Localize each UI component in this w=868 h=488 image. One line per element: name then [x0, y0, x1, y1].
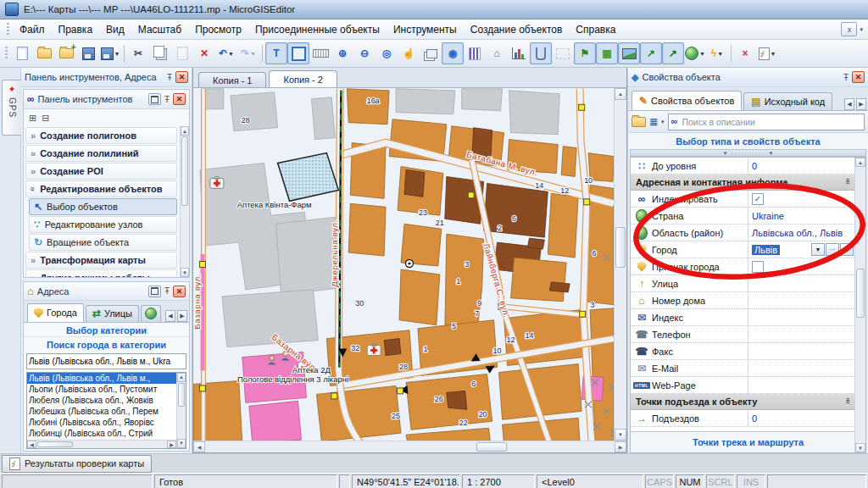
map-vscrollbar[interactable]: ▲ ▼	[614, 88, 626, 441]
tool-group-header[interactable]: »Редактирование объектов	[25, 180, 177, 197]
list-item[interactable]: Любинці (Львівська обл., Стрий	[27, 428, 176, 439]
property-row[interactable]: ∷До уровня0	[631, 158, 855, 175]
close-icon[interactable]: ✕	[173, 286, 186, 297]
chevron-down-icon[interactable]: ▼	[771, 51, 776, 57]
scroll-left-icon[interactable]: ◀	[27, 441, 36, 448]
grid-section-header[interactable]: Точки подъезда к объекту»»	[631, 394, 855, 410]
zoom-out-icon[interactable]: ⊖	[353, 42, 376, 64]
expand-all-icon[interactable]: ⊞	[29, 113, 36, 124]
scroll-down-icon[interactable]: ▼	[855, 443, 865, 452]
property-value-cell[interactable]	[748, 343, 855, 359]
object-bounds-icon[interactable]	[287, 42, 309, 64]
property-row[interactable]: →Подъездов0	[631, 410, 855, 427]
property-value-cell[interactable]: Львів▼⋯▼	[748, 241, 855, 258]
menu-item[interactable]: Создание объектов	[464, 21, 570, 38]
chevron-down-icon[interactable]: ▼	[699, 51, 705, 57]
find-objects-icon[interactable]: ◉	[442, 42, 464, 64]
chevron-down-icon[interactable]: ▼	[114, 51, 120, 57]
scroll-down-icon[interactable]: ▼	[615, 429, 626, 441]
zoom-in-icon[interactable]: ⊕	[331, 42, 353, 64]
chevron-up-icon[interactable]: »»	[843, 180, 852, 185]
tab-globe[interactable]	[141, 305, 161, 322]
open-add-icon[interactable]	[55, 42, 77, 64]
city-list-scrollbar[interactable]: ▲ ▼	[176, 373, 186, 448]
scroll-down-icon[interactable]: ▼	[177, 439, 186, 448]
description-search-input[interactable]	[680, 116, 861, 128]
tab-source-code[interactable]: ▤Исходный код	[743, 92, 832, 110]
map-canvas[interactable]: 2816a14121023216231975121430322811026252…	[193, 88, 614, 444]
globe-icon[interactable]: ▼	[684, 42, 706, 64]
close-icon[interactable]: ✕	[175, 71, 188, 83]
property-value-cell[interactable]	[748, 377, 855, 393]
menu-item[interactable]: Справка	[569, 21, 622, 38]
pin-icon[interactable]: Ŧ	[843, 73, 849, 82]
scroll-down-icon[interactable]: ▼	[181, 268, 189, 277]
property-value-cell[interactable]	[748, 292, 855, 308]
grid-section-header[interactable]: Адресная и контактная информа»»	[631, 175, 855, 191]
checkbox[interactable]	[752, 261, 764, 273]
tool-group-header[interactable]: »Трансформация карты	[25, 252, 177, 269]
city-search-link[interactable]: Поиск города в категории	[24, 336, 189, 352]
pin-icon[interactable]: Ŧ	[164, 286, 170, 296]
text-labels-icon[interactable]: T	[265, 42, 287, 64]
tool-group-header[interactable]: »Создание полигонов	[25, 127, 177, 144]
menu-item[interactable]: Масштаб	[131, 21, 188, 38]
track-points-link[interactable]: Точки трека и маршрута	[631, 431, 865, 452]
list-item[interactable]: Льопи (Львівська обл., Пустомит	[27, 384, 176, 395]
tool-button[interactable]: ∵Редактирование узлов	[29, 216, 177, 233]
tab-cities[interactable]: Города	[27, 303, 84, 322]
property-row[interactable]: ГородЛьвів▼⋯▼	[631, 241, 855, 258]
map-check-results-button[interactable]: Результаты проверки карты	[2, 455, 152, 473]
property-value-cell[interactable]: ✓	[748, 191, 855, 207]
city-browse-button[interactable]: ⋯	[826, 243, 839, 256]
scroll-right-icon[interactable]: ▶	[167, 441, 176, 448]
menu-item[interactable]: Вид	[99, 21, 131, 38]
property-row[interactable]: Web-Page	[631, 377, 855, 394]
list-item[interactable]: Любеля (Львівська обл., Жовків	[27, 395, 176, 406]
map-hscrollbar[interactable]: ◀ ▶	[193, 441, 626, 452]
tabs-scroll-left-icon[interactable]: ◀	[165, 310, 175, 322]
property-row[interactable]: ☎Телефон	[631, 326, 855, 343]
tabs-scroll-left-icon[interactable]: ◀	[844, 98, 854, 110]
city-dropdown2-button[interactable]: ▼	[840, 243, 854, 256]
tool-button[interactable]: ↻Вращение объекта	[29, 234, 177, 251]
attachments-icon[interactable]	[530, 42, 552, 64]
save-icon[interactable]	[77, 42, 99, 64]
property-value-cell[interactable]: 0	[748, 158, 855, 174]
checkbox-checked[interactable]: ✓	[752, 193, 764, 205]
property-row[interactable]: ∞Индексировать✓	[631, 191, 855, 208]
scroll-thumb[interactable]	[178, 383, 185, 407]
chevron-down-icon[interactable]: ▼	[228, 51, 234, 57]
open-description-icon[interactable]	[632, 117, 646, 127]
scroll-up-icon[interactable]: ▲	[855, 158, 865, 167]
pan-icon[interactable]: ☝	[398, 42, 420, 64]
menu-item[interactable]: Просмотр	[188, 21, 248, 38]
chevron-down-icon[interactable]: ▼	[250, 51, 256, 57]
object-type-link[interactable]: Выбор типа и свойств объекта	[628, 133, 868, 149]
scroll-thumb[interactable]	[476, 442, 507, 452]
scroll-thumb[interactable]	[181, 136, 188, 206]
map-tab[interactable]: Копия - 2	[269, 70, 337, 87]
new-file-icon[interactable]	[11, 42, 33, 64]
check-results-icon[interactable]: ▼	[756, 42, 778, 64]
city-list-hscrollbar[interactable]: ◀ ▶	[27, 440, 176, 448]
statistics-icon[interactable]	[508, 42, 530, 64]
property-row[interactable]: Признак города	[631, 258, 855, 275]
flag-icon[interactable]: ⚑	[574, 42, 596, 64]
menu-item[interactable]: Инструменты	[387, 21, 464, 38]
scroll-right-icon[interactable]: ▶	[615, 441, 626, 452]
chevron-down-icon[interactable]: ▾	[661, 119, 665, 125]
property-row[interactable]: ☎Факс	[631, 343, 855, 360]
property-value-cell[interactable]: 0	[748, 410, 855, 426]
pin-icon[interactable]: Ŧ	[164, 95, 170, 104]
scroll-up-icon[interactable]: ▲	[181, 126, 189, 136]
list-item[interactable]: Львів (Львівська обл., Львів м.,	[27, 373, 176, 384]
map-tab[interactable]: Копия - 1	[198, 72, 266, 87]
property-row[interactable]: ⌂Номер дома	[631, 292, 855, 309]
property-row[interactable]: ↑Улица	[631, 275, 855, 292]
menu-item[interactable]: Присоединенные объекты	[248, 21, 387, 38]
tabs-scroll-right-icon[interactable]: ▶	[856, 98, 866, 110]
copy-icon[interactable]	[149, 42, 171, 64]
property-row[interactable]: Область (район)Львівська обл., Львів	[631, 225, 855, 241]
tabs-scroll-right-icon[interactable]: ▶	[177, 310, 187, 322]
